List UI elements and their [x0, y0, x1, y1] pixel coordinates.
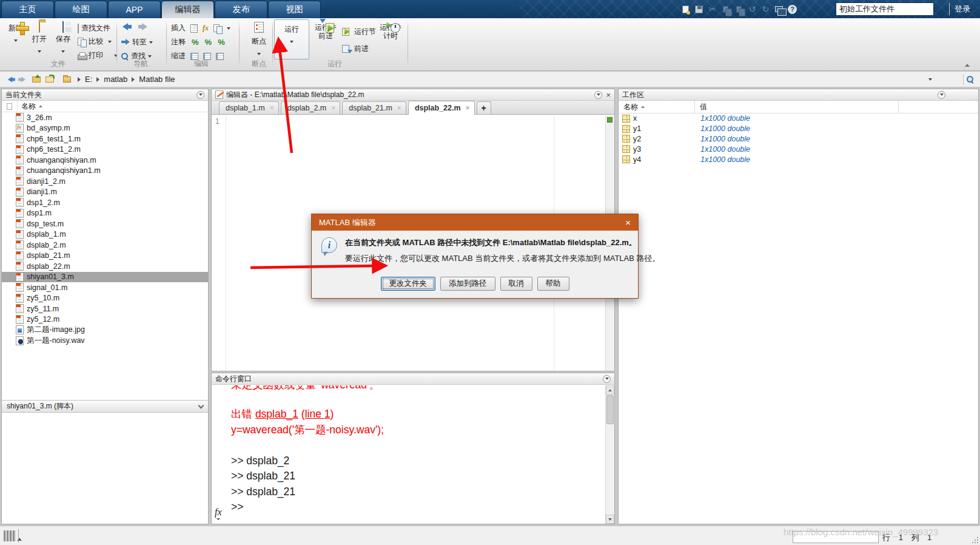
editor-tab[interactable]: dsplab_1.m× — [219, 101, 279, 114]
file-row[interactable]: chp6_test1_2.m — [2, 144, 208, 155]
file-row[interactable]: dsplab_2.m — [2, 240, 208, 251]
cut-button[interactable]: ✂ — [706, 3, 719, 16]
file-row[interactable]: bd_asymp.m — [2, 123, 208, 134]
collapse-ribbon-button[interactable] — [963, 62, 972, 68]
workspace-row[interactable]: y21x1000 double — [619, 134, 978, 144]
file-row[interactable]: chp6_test1_1.m — [2, 134, 208, 144]
file-row[interactable]: dsplab_21.m — [2, 251, 208, 262]
command-scrollbar[interactable] — [605, 385, 614, 524]
file-detail-bar[interactable]: shiyan01_3.m (脚本) — [2, 400, 208, 413]
workspace-row[interactable]: x1x1000 double — [619, 113, 978, 124]
forward-button[interactable] — [142, 23, 147, 30]
dialog-close-button[interactable]: × — [625, 218, 631, 227]
advance-button[interactable]: 前进 — [342, 44, 369, 54]
current-folder-menu-button[interactable] — [196, 91, 204, 99]
dialog-button[interactable]: 帮助 — [537, 277, 569, 291]
scrollbar-thumb[interactable] — [606, 395, 614, 424]
address-dropdown-button[interactable] — [925, 74, 935, 85]
file-row[interactable]: dsp1_2.m — [2, 197, 208, 208]
copy-button[interactable] — [719, 3, 732, 16]
comment-button[interactable]: 注释 % % % — [171, 37, 225, 47]
find-files-button[interactable]: 查找文件 — [78, 23, 110, 33]
paste-button[interactable] — [733, 3, 745, 16]
resize-grip[interactable] — [971, 536, 978, 543]
file-row[interactable]: dsp_test.m — [2, 218, 208, 229]
run-advance-button[interactable]: 运行并 前进 — [312, 23, 340, 40]
print-button[interactable]: 打印 — [78, 50, 118, 61]
undo-button[interactable]: ↺ — [746, 3, 759, 16]
file-row[interactable]: dianji1_2.m — [2, 176, 208, 187]
new-editor-tab-button[interactable]: + — [477, 101, 491, 114]
file-row[interactable]: zy5_12.m — [2, 314, 208, 325]
editor-tab-close-icon[interactable]: × — [331, 104, 335, 112]
dialog-button[interactable]: 取消 — [500, 277, 532, 291]
error-link[interactable]: line 1 — [305, 408, 331, 420]
editor-close-button[interactable]: × — [606, 91, 611, 99]
folder-column-header[interactable]: 名称 — [2, 101, 208, 112]
workspace-row[interactable]: y11x1000 double — [619, 124, 978, 134]
menu-tab[interactable]: 主页 — [1, 1, 54, 18]
breadcrumb-segment[interactable]: Matlab file — [139, 75, 175, 84]
editor-tab[interactable]: dsplab_2.m× — [281, 101, 341, 114]
compare-button[interactable]: 比较 — [78, 36, 112, 47]
open-button[interactable]: 打开 — [29, 22, 50, 55]
nav-forward-button[interactable] — [17, 74, 29, 85]
browse-folder-button[interactable] — [44, 74, 56, 85]
file-row[interactable]: 第一题-noisy.wav — [2, 336, 208, 347]
back-button[interactable] — [122, 23, 128, 30]
editor-tab[interactable]: dsplab_21.m× — [342, 101, 406, 114]
menu-tab[interactable]: 编辑器 — [161, 1, 214, 18]
scroll-up-button[interactable] — [606, 385, 614, 394]
file-row[interactable]: chuanganqishiyan.m — [2, 155, 208, 166]
workspace-column-header[interactable]: 名称 值 — [619, 101, 978, 113]
goto-button[interactable]: 转至 — [121, 37, 153, 47]
editor-tab-close-icon[interactable]: × — [397, 104, 401, 112]
editor-tab-close-icon[interactable]: × — [270, 104, 274, 112]
scroll-down-button[interactable] — [606, 515, 614, 524]
file-row[interactable]: shiyan01_3.m — [2, 272, 208, 283]
switch-window-button[interactable] — [773, 3, 785, 16]
new-script-button[interactable] — [679, 3, 692, 16]
editor-tab[interactable]: dsplab_22.m× — [408, 101, 475, 115]
run-button[interactable]: 运行 — [274, 19, 309, 59]
file-row[interactable]: zy5_10.m — [2, 293, 208, 304]
file-row[interactable]: 3_26.m — [2, 112, 208, 123]
save-ribbon-button[interactable]: 保存 — [52, 22, 74, 55]
dialog-button[interactable]: 添加到路径 — [440, 277, 495, 291]
address-search-button[interactable] — [963, 74, 976, 85]
dialog-button[interactable]: 更改文件夹 — [381, 277, 436, 291]
breadcrumb-segment[interactable]: matlab — [104, 75, 127, 84]
workspace-row[interactable]: y31x1000 double — [619, 144, 978, 154]
redo-button[interactable]: ↻ — [759, 3, 772, 16]
file-row[interactable]: dsplab_22.m — [2, 261, 208, 272]
file-row[interactable]: dsplab_1.m — [2, 229, 208, 240]
command-window-menu-button[interactable] — [603, 375, 611, 383]
menu-tab[interactable]: 视图 — [268, 1, 321, 18]
save-button[interactable] — [693, 3, 705, 16]
menu-tab[interactable]: APP — [108, 1, 161, 18]
file-row[interactable]: dsp1.m — [2, 208, 208, 219]
up-folder-button[interactable] — [30, 74, 42, 85]
login-button[interactable]: 登录 — [951, 2, 974, 16]
file-row[interactable]: dianji1.m — [2, 187, 208, 198]
fx-prompt-icon[interactable]: fx — [215, 507, 222, 520]
search-input[interactable] — [836, 5, 949, 14]
editor-menu-button[interactable] — [594, 91, 602, 99]
command-prompt[interactable]: >> — [231, 499, 602, 515]
menu-tab[interactable]: 发布 — [215, 1, 267, 18]
run-section-button[interactable]: 运行节 — [342, 27, 376, 37]
dialog-title-bar[interactable]: MATLAB 编辑器 × — [312, 214, 638, 231]
workspace-menu-button[interactable] — [938, 91, 945, 99]
menu-tab[interactable]: 绘图 — [55, 1, 107, 18]
breadcrumb-segment[interactable]: E: — [85, 75, 92, 84]
help-button[interactable]: ? — [786, 3, 799, 16]
new-button[interactable]: 新建 — [5, 22, 27, 44]
breakpoints-button[interactable]: 断点 — [245, 22, 273, 58]
command-window-content[interactable]: 未定义函数或变量 'waveread'。出错 dsplab_1 (line 1)… — [212, 385, 614, 524]
file-row[interactable]: chuanganqishiyan1.m — [2, 166, 208, 177]
workspace-row[interactable]: y41x1000 double — [619, 154, 978, 164]
insert-button[interactable]: 插入 fx — [171, 23, 230, 33]
file-row[interactable]: signal_01.m — [2, 282, 208, 293]
run-time-button[interactable]: 运行并 计时 — [377, 23, 404, 40]
error-link[interactable]: dsplab_1 — [255, 408, 298, 420]
